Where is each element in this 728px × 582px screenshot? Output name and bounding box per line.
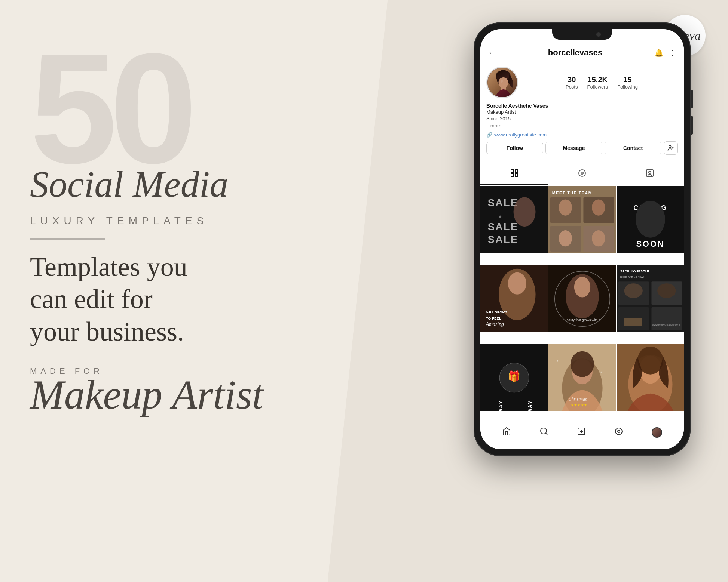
grid-post-7[interactable]: GIVEAWAY GIVEAWAY GIVEAWAY GIVEAWAY 🎁 [480,344,548,411]
phone-outer: ← borcellevases 🔔 ⋮ [474,22,691,456]
posts-label: Posts [566,84,578,90]
notification-icon[interactable]: 🔔 [654,48,664,57]
bio-more[interactable]: ...more [486,123,501,129]
following-stat: 15 Following [617,76,638,90]
svg-text:SOON: SOON [636,240,665,249]
svg-text:GET READY: GET READY [486,310,508,314]
grid-post-6[interactable]: SPOIL YOURSELF Book with us now! www. [617,265,684,332]
more-options-icon[interactable]: ⋮ [669,48,676,57]
create-nav-icon[interactable] [577,427,586,438]
grid-post-4[interactable]: GET READY TO FEEL Amazing [480,265,548,332]
followers-count: 15.2K [587,76,608,84]
following-label: Following [617,84,638,90]
svg-point-30 [559,200,572,216]
profile-bio: Borcelle Aesthetic Vases Makeup Artist S… [486,103,678,129]
tagged-tab[interactable] [616,164,684,185]
posts-stat: 30 Posts [566,76,578,90]
tagline: Templates you can edit for your business… [30,251,311,348]
svg-text:🎁: 🎁 [508,370,521,383]
bio-line1: Makeup Artist [486,109,678,116]
avatar [486,67,518,98]
post-4-image: GET READY TO FEEL Amazing [480,265,548,332]
grid-post-5[interactable]: Beauty that grows within [548,265,616,332]
instagram-ui: ← borcellevases 🔔 ⋮ [480,29,684,449]
profile-stats: 30 Posts 15.2K Followers 15 Following [526,76,678,90]
left-content: 50 Social Media LUXURY TEMPLATES Templat… [30,30,311,418]
link-icon: 🔗 [486,132,492,138]
search-nav-icon[interactable] [539,427,548,438]
profile-actions: Follow Message Contact [486,141,678,155]
follow-button[interactable]: Follow [486,142,543,154]
svg-point-31 [592,200,605,216]
contact-button[interactable]: Contact [605,142,661,154]
tagged-tab-icon [645,169,654,180]
bio-line2: Since 2015 [486,116,678,122]
svg-text:Christmas: Christmas [569,397,587,402]
svg-point-3 [499,77,508,88]
reels-nav-icon[interactable] [614,427,623,438]
svg-line-82 [546,433,547,435]
svg-point-36 [636,201,665,238]
photo-grid: SALE • SALE SALE [480,186,684,422]
volume-down-button [691,116,693,135]
grid-post-8[interactable]: ✦ ✦ Christmas ★★★★★ [548,344,616,411]
home-nav-icon[interactable] [502,427,511,438]
svg-point-32 [559,230,572,246]
reels-tab[interactable] [548,164,616,185]
volume-up-button [691,90,693,108]
message-button[interactable]: Message [545,142,602,154]
svg-rect-9 [515,170,518,172]
profile-username: borcellevases [548,48,603,58]
svg-point-86 [615,428,622,435]
svg-text:Amazing: Amazing [486,322,504,327]
ig-profile: 30 Posts 15.2K Followers 15 Following [480,62,684,164]
reels-tab-icon [578,169,587,180]
post-1-image: SALE • SALE SALE [480,186,548,253]
svg-text:MEET THE TEAM: MEET THE TEAM [552,191,592,195]
profile-nav-avatar[interactable] [652,427,662,438]
svg-rect-10 [511,174,514,176]
svg-text:GIVEAWAY: GIVEAWAY [527,400,533,411]
grid-post-9[interactable] [617,344,684,411]
svg-text:Book with us now!: Book with us now! [620,275,644,279]
add-person-button[interactable] [664,141,678,155]
avatar-svg [487,68,518,98]
svg-point-13 [581,172,583,174]
phone-container: ← borcellevases 🔔 ⋮ [474,22,691,456]
social-media-text: Social Media [30,164,311,204]
post-9-image [617,344,684,411]
followers-stat: 15.2K Followers [587,76,608,90]
svg-text:✦: ✦ [600,371,603,374]
phone-notch [552,29,612,40]
profile-tabs [480,164,684,185]
header-icons: 🔔 ⋮ [654,48,676,57]
luxury-templates-label: LUXURY TEMPLATES [30,215,311,227]
post-3-image: COMING SOON [617,186,684,253]
svg-point-87 [618,430,620,432]
grid-tab[interactable] [480,164,548,185]
posts-count: 30 [566,76,578,84]
bottom-nav [480,422,684,449]
avatar-image [487,68,517,97]
svg-rect-8 [511,170,514,172]
svg-text:TO FEEL: TO FEEL [486,316,501,320]
svg-text:Beauty that grows within: Beauty that grows within [565,318,600,322]
phone-screen: ← borcellevases 🔔 ⋮ [480,29,684,449]
post-2-image: MEET THE TEAM [548,186,616,253]
svg-rect-11 [515,174,518,176]
grid-tab-icon [510,169,519,180]
grid-post-2[interactable]: MEET THE TEAM [548,186,616,253]
post-6-image: SPOIL YOURSELF Book with us now! www. [617,265,684,332]
back-button[interactable]: ← [488,48,496,58]
divider [30,238,105,240]
svg-rect-21 [480,186,548,253]
profile-link[interactable]: 🔗 www.reallygreatsite.com [486,132,678,138]
phone-camera [596,32,601,37]
profile-top-row: 30 Posts 15.2K Followers 15 Following [486,67,678,98]
svg-rect-80 [617,344,684,411]
svg-point-47 [574,277,590,298]
grid-post-3[interactable]: COMING SOON [617,186,684,253]
grid-post-1[interactable]: SALE • SALE SALE [480,186,548,253]
post-7-image: GIVEAWAY GIVEAWAY GIVEAWAY GIVEAWAY 🎁 [480,344,548,411]
svg-point-57 [657,283,676,298]
